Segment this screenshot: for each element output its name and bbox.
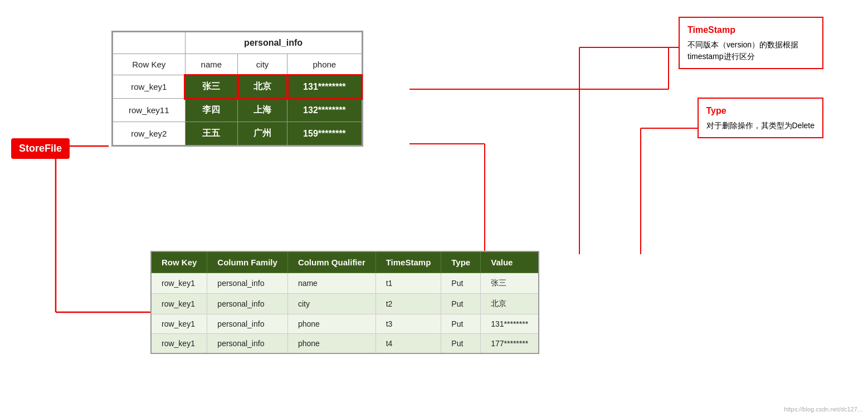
top-table-cell-name: 王五: [185, 122, 238, 146]
top-table-cell-city: 上海: [238, 99, 287, 122]
bottom-table-cell: 北京: [481, 294, 539, 314]
top-table: personal_info Row Key name city phone ro…: [113, 32, 362, 146]
bottom-table-header-cell: Value: [481, 251, 539, 273]
bottom-table-cell: personal_info: [207, 314, 288, 334]
top-table-cell-phone: 132********: [287, 99, 362, 122]
watermark: https://blog.csdn.net/dc127...: [784, 406, 862, 413]
top-table-phone-header: phone: [287, 54, 362, 75]
top-table-row: row_key2王五广州159********: [113, 122, 362, 146]
bottom-table-cell: t2: [376, 294, 441, 314]
annotation-timestamp: TimeStamp 不同版本（version）的数据根据timestamp进行区…: [679, 17, 823, 69]
top-table-wrapper: personal_info Row Key name city phone ro…: [111, 31, 363, 147]
storefile-label: StoreFile: [11, 138, 70, 159]
main-container: StoreFile personal_info Row Key name cit…: [0, 0, 868, 417]
annotation-type: Type 对于删除操作，其类型为Delete: [698, 98, 823, 138]
top-table-cell-phone: 159********: [287, 122, 362, 146]
bottom-table-cell: t4: [376, 334, 441, 354]
top-table-personal-info-header: personal_info: [185, 32, 362, 54]
top-table-cell-city: 广州: [238, 122, 287, 146]
bottom-table-header-cell: TimeStamp: [376, 251, 441, 273]
bottom-table-row: row_key1personal_infocityt2Put北京: [151, 294, 539, 314]
bottom-table-cell: 177********: [481, 334, 539, 354]
bottom-table-wrapper: Row KeyColumn FamilyColumn QualifierTime…: [150, 251, 539, 354]
bottom-table-header-cell: Row Key: [151, 251, 207, 273]
bottom-table-cell: phone: [287, 314, 376, 334]
bottom-table-header-cell: Column Family: [207, 251, 288, 273]
bottom-table-cell: city: [287, 294, 376, 314]
top-table-row: row_key1张三北京131********: [113, 75, 362, 99]
bottom-table-cell: 131********: [481, 314, 539, 334]
top-table-cell-name: 李四: [185, 99, 238, 122]
bottom-table-cell: Put: [441, 334, 481, 354]
bottom-table-row: row_key1personal_infophonet4Put177******…: [151, 334, 539, 354]
top-table-cell-name: 张三: [185, 75, 238, 99]
annotation-timestamp-body: 不同版本（version）的数据根据timestamp进行区分: [687, 40, 798, 61]
bottom-table-cell: name: [287, 273, 376, 294]
top-table-cell-rowkey: row_key2: [113, 122, 186, 146]
annotation-timestamp-title: TimeStamp: [687, 23, 815, 37]
bottom-table-row: row_key1personal_infonamet1Put张三: [151, 273, 539, 294]
top-table-cell-phone: 131********: [287, 75, 362, 99]
bottom-table-cell: personal_info: [207, 294, 288, 314]
bottom-table-cell: personal_info: [207, 273, 288, 294]
annotation-type-body: 对于删除操作，其类型为Delete: [706, 121, 815, 130]
bottom-table-cell: row_key1: [151, 294, 207, 314]
top-table-name-header: name: [185, 54, 238, 75]
top-table-cell-rowkey: row_key1: [113, 75, 186, 99]
bottom-table-cell: Put: [441, 314, 481, 334]
annotation-type-title: Type: [706, 104, 815, 118]
bottom-table-cell: 张三: [481, 273, 539, 294]
top-table-empty-header: [113, 32, 186, 54]
bottom-table: Row KeyColumn FamilyColumn QualifierTime…: [150, 251, 539, 354]
top-table-row: row_key11李四上海132********: [113, 99, 362, 122]
bottom-table-cell: Put: [441, 273, 481, 294]
bottom-table-header-cell: Column Qualifier: [287, 251, 376, 273]
top-table-rowkey-header: Row Key: [113, 54, 186, 75]
bottom-table-cell: personal_info: [207, 334, 288, 354]
bottom-table-cell: Put: [441, 294, 481, 314]
bottom-table-header-cell: Type: [441, 251, 481, 273]
bottom-table-cell: row_key1: [151, 334, 207, 354]
bottom-table-row: row_key1personal_infophonet3Put131******…: [151, 314, 539, 334]
bottom-table-cell: t1: [376, 273, 441, 294]
bottom-table-cell: phone: [287, 334, 376, 354]
bottom-table-cell: row_key1: [151, 273, 207, 294]
top-table-cell-rowkey: row_key11: [113, 99, 186, 122]
top-table-cell-city: 北京: [238, 75, 287, 99]
bottom-table-cell: row_key1: [151, 314, 207, 334]
top-table-city-header: city: [238, 54, 287, 75]
bottom-table-cell: t3: [376, 314, 441, 334]
